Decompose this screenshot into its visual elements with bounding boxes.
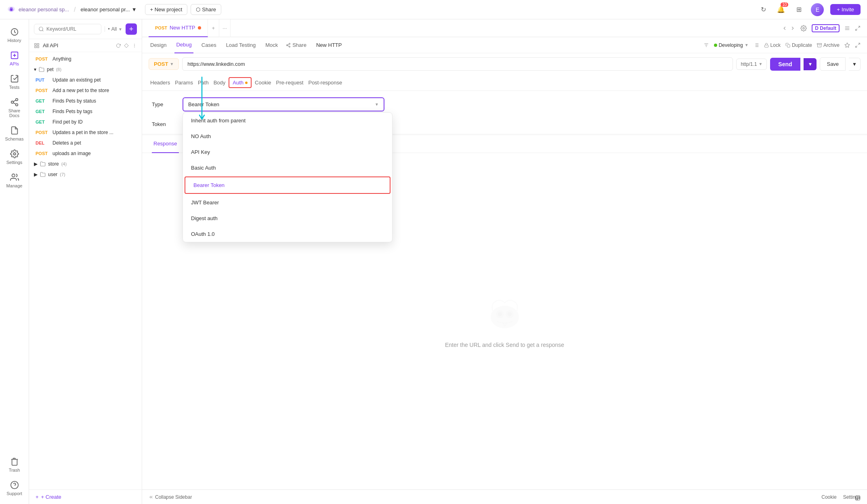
refresh-icon[interactable]: ↻ (758, 4, 769, 15)
diamond-icon[interactable] (124, 43, 129, 48)
req-tab-pre-request[interactable]: Pre-request (275, 75, 305, 91)
status-developing[interactable]: Developing ▼ (714, 42, 749, 48)
cookie-button[interactable]: Cookie (821, 494, 836, 500)
all-api-row[interactable]: All API (29, 39, 142, 52)
expand2-icon[interactable] (855, 42, 861, 48)
archive-button[interactable]: Archive (817, 42, 840, 48)
svg-point-6 (15, 104, 18, 106)
bottom-right-actions: Cookie Settings (821, 494, 861, 500)
menu-icon[interactable] (844, 25, 850, 31)
reload-icon[interactable] (116, 43, 121, 48)
dropdown-item-api-key[interactable]: API Key (183, 144, 392, 160)
layout-icon[interactable] (855, 495, 861, 501)
method-badge: POST (36, 57, 50, 61)
create-row[interactable]: + + Create (29, 489, 142, 504)
tab-more-button[interactable]: ··· (219, 19, 231, 37)
dropdown-item-oauth1[interactable]: OAuth 1.0 (183, 226, 392, 242)
req-tab-post-response[interactable]: Post-response (306, 75, 344, 91)
method-select[interactable]: POST ▼ (149, 58, 179, 70)
url-input[interactable] (182, 57, 733, 71)
sidebar-item-schemas[interactable]: Schemas (2, 123, 27, 145)
tab-new-http[interactable]: POST New HTTP (149, 19, 208, 37)
req-tab-body[interactable]: Body (212, 75, 227, 91)
star-icon[interactable] (844, 42, 850, 48)
align-icon[interactable] (754, 42, 759, 48)
tab-load-testing[interactable]: Load Testing (225, 37, 258, 53)
api-item[interactable]: POST Anything (29, 54, 142, 64)
bottom-bar: Collapse Sidebar Cookie Settings (142, 489, 867, 504)
duplicate-button[interactable]: Duplicate (785, 42, 812, 48)
sidebar-item-history[interactable]: History (2, 24, 27, 46)
adjust-icon[interactable] (703, 42, 709, 48)
req-tab-path[interactable]: Path (196, 75, 210, 91)
dropdown-item-basic-auth[interactable]: Basic Auth (183, 160, 392, 176)
group-row-pet[interactable]: ▾ pet (8) (29, 64, 142, 75)
request-top-tabs: Design Debug Cases Load Testing Mock Sha… (142, 37, 867, 53)
tab-share-area[interactable]: Share (286, 42, 306, 48)
more-icon[interactable] (132, 43, 137, 48)
search-input[interactable] (46, 26, 87, 32)
resp-tab-response[interactable]: Response (152, 135, 179, 153)
req-tab-params[interactable]: Params (173, 75, 195, 91)
svg-point-5 (11, 101, 13, 103)
settings-icon[interactable] (800, 25, 807, 32)
sidebar-item-tests[interactable]: Tests (2, 71, 27, 93)
search-box[interactable] (34, 24, 101, 34)
dropdown-item-jwt-bearer[interactable]: JWT Bearer (183, 195, 392, 210)
lock-button[interactable]: Lock (764, 42, 781, 48)
send-button[interactable]: Send (770, 58, 800, 71)
expand-icon[interactable] (855, 25, 861, 31)
project-selector[interactable]: eleanor personal pr... ▼ (80, 6, 136, 13)
add-button[interactable]: + (126, 23, 137, 35)
req-tab-auth[interactable]: Auth (229, 77, 252, 88)
group-row-store[interactable]: ▶ store (4) (29, 159, 142, 169)
dropdown-item-inherit[interactable]: Inherit auth from parent (183, 113, 392, 128)
api-item[interactable]: GET Finds Pets by status (29, 96, 142, 106)
sidebar-item-share-docs[interactable]: Share Docs (2, 94, 27, 121)
dropdown-item-bearer-token[interactable]: Bearer Token (185, 176, 390, 194)
sidebar-item-support[interactable]: Support (2, 477, 27, 499)
nav-next-icon[interactable] (790, 25, 796, 31)
invite-button[interactable]: + Invite (830, 4, 861, 15)
api-item[interactable]: POST uploads an image (29, 148, 142, 159)
new-project-button[interactable]: + New project (145, 4, 188, 15)
sidebar-item-trash[interactable]: Trash (2, 454, 27, 476)
filter-all[interactable]: • All ▼ (105, 26, 122, 32)
sidebar-item-manage[interactable]: Manage (2, 170, 27, 191)
copy-icon (785, 43, 790, 48)
tab-add-button[interactable]: + (208, 19, 220, 37)
api-item[interactable]: PUT Update an existing pet (29, 75, 142, 85)
sidebar-item-apis[interactable]: APIs (2, 48, 27, 69)
tab-design[interactable]: Design (149, 37, 168, 53)
dropdown-item-no-auth[interactable]: NO Auth (183, 128, 392, 144)
tab-mock[interactable]: Mock (264, 37, 279, 53)
tab-cases[interactable]: Cases (200, 37, 218, 53)
api-item[interactable]: POST Updates a pet in the store ... (29, 127, 142, 138)
auth-type-select[interactable]: Bearer Token ▼ (183, 97, 384, 111)
api-item[interactable]: POST Add a new pet to the store (29, 85, 142, 96)
share-button[interactable]: ⬡ Share (191, 4, 221, 15)
save-dropdown-button[interactable]: ▼ (849, 58, 861, 71)
req-tab-headers[interactable]: Headers (149, 75, 172, 91)
sidebar-item-settings[interactable]: Settings (2, 146, 27, 168)
api-item[interactable]: GET Finds Pets by tags (29, 106, 142, 117)
sidebar-manage-label: Manage (6, 183, 23, 188)
logo[interactable]: eleanor personal sp... (6, 5, 69, 15)
tab-debug[interactable]: Debug (174, 37, 193, 53)
api-item[interactable]: GET Find pet by ID (29, 117, 142, 127)
avatar[interactable]: E (811, 3, 824, 16)
grid-icon[interactable]: ⊞ (793, 4, 804, 15)
notification-icon[interactable]: 🔔 10 (775, 4, 787, 15)
http-version-select[interactable]: http/1.1 ▼ (736, 59, 767, 70)
save-button[interactable]: Save (820, 57, 846, 71)
nav-prev-icon[interactable] (782, 25, 787, 31)
collapse-sidebar-button[interactable]: Collapse Sidebar (149, 494, 192, 500)
send-dropdown-button[interactable]: ▼ (804, 58, 817, 70)
svg-point-30 (287, 44, 288, 46)
api-item[interactable]: DEL Deletes a pet (29, 138, 142, 148)
group-row-user[interactable]: ▶ user (7) (29, 169, 142, 180)
req-tab-cookie[interactable]: Cookie (253, 75, 273, 91)
svg-point-21 (134, 45, 135, 46)
default-badge[interactable]: D Default (812, 24, 840, 32)
dropdown-item-digest-auth[interactable]: Digest auth (183, 210, 392, 226)
